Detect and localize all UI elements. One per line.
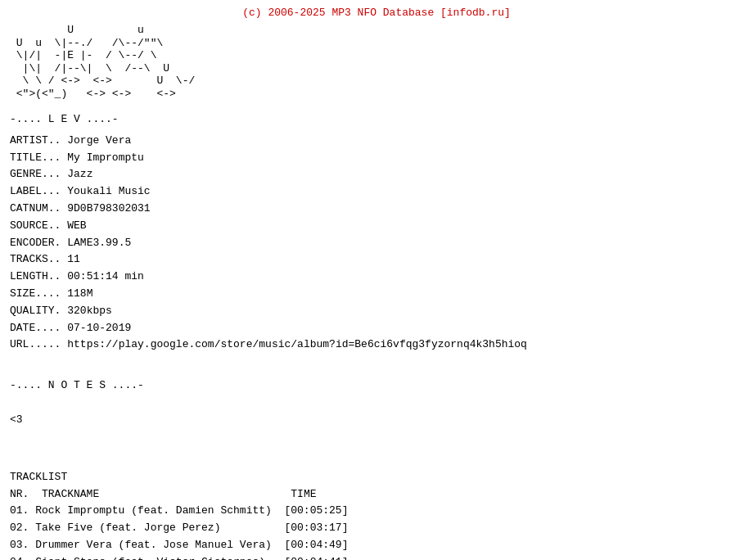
tracks-label: TRACKS.. (10, 253, 61, 265)
col-time: TIME (291, 488, 316, 500)
length-label: LENGTH.. (10, 270, 61, 282)
ascii-art-block: U u U u \|--./ /\--/""\ \|/| -|E |- / \-… (10, 24, 743, 126)
notes-content: <3 (10, 413, 23, 426)
table-row: 04. Giant Steps (feat. Victor Cisternas)… (10, 554, 743, 560)
notes-block: -.... N O T E S ....- <3 (10, 360, 743, 445)
metadata-block: ARTIST.. Jorge Vera TITLE... My Imprompt… (10, 133, 743, 354)
genre-label: GENRE... (10, 168, 61, 180)
table-row: 03. Drummer Vera (feat. Jose Manuel Vera… (10, 537, 743, 554)
size-label: SIZE.... (10, 287, 61, 300)
table-row: 01. Rock Impromptu (feat. Damien Schmitt… (10, 503, 743, 520)
quality-label: QUALITY. (10, 305, 61, 317)
col-trackname: TRACKNAME (42, 488, 99, 500)
quality-value: 320kbps (67, 305, 112, 317)
label-label: LABEL... (10, 185, 61, 197)
url-label: URL..... (10, 338, 61, 350)
tracks-value: 11 (67, 253, 80, 265)
col-nr: NR. (10, 488, 29, 500)
encoder-label: ENCODER. (10, 237, 61, 249)
copyright-link[interactable]: (c) 2006-2025 MP3 NFO Database [infodb.r… (10, 7, 743, 19)
catnum-label: CATNUM.. (10, 202, 61, 215)
genre-value: Jazz (67, 168, 92, 180)
size-value: 118M (67, 287, 92, 300)
table-row: 02. Take Five (feat. Jorge Perez) [00:03… (10, 520, 743, 537)
tracklist-header: TRACKLIST (10, 471, 67, 483)
notes-header: -.... N O T E S ....- (10, 379, 144, 391)
length-value: 00:51:14 min (67, 270, 144, 282)
tracklist-block: TRACKLIST NR. TRACKNAME TIME (10, 452, 743, 503)
source-label: SOURCE.. (10, 219, 61, 232)
artist-value: Jorge Vera (67, 134, 131, 147)
title-value: My Impromptu (67, 151, 144, 164)
source-value: WEB (67, 219, 86, 232)
title-label: TITLE... (10, 151, 61, 164)
label-value: Youkali Music (67, 185, 150, 197)
catnum-value: 9D0B798302031 (67, 202, 150, 215)
url-value: https://play.google.com/store/music/albu… (67, 338, 527, 350)
date-value: 07-10-2019 (67, 322, 131, 334)
tracks-container: 01. Rock Impromptu (feat. Damien Schmitt… (10, 503, 743, 560)
encoder-value: LAME3.99.5 (67, 237, 131, 249)
date-label: DATE.... (10, 322, 61, 334)
artist-label: ARTIST.. (10, 134, 61, 147)
